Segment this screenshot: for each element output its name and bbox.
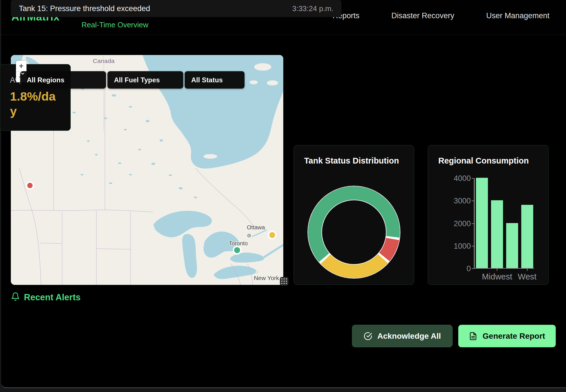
y-axis-label: 1000 — [454, 242, 471, 251]
y-tick-mark — [472, 268, 474, 269]
main-nav: Reports Disaster Recovery User Managemen… — [333, 11, 549, 20]
chart-title: Regional Consumption — [438, 156, 529, 166]
status-filter-dropdown[interactable]: All Status — [185, 71, 245, 89]
label-ottawa: Ottawa — [247, 224, 265, 230]
nav-disaster-recovery[interactable]: Disaster Recovery — [391, 11, 454, 20]
acknowledge-all-label: Acknowledge All — [377, 332, 441, 341]
y-tick-mark — [472, 246, 474, 246]
tank-status-doughnut-chart[interactable] — [308, 186, 400, 278]
y-axis-label: 0 — [467, 264, 471, 273]
doughnut-hole — [321, 200, 386, 265]
bar — [521, 205, 533, 268]
stat-value: 1.8%/day — [10, 89, 61, 119]
region-filter-dropdown[interactable]: All Regions — [20, 71, 106, 89]
alert-message: Tank 15: Pressure threshold exceeded — [19, 4, 150, 13]
fuel-type-filter-value: All Fuel Types — [114, 76, 160, 84]
map-filters: All Regions All Fuel Types All Status — [20, 71, 245, 89]
y-tick-mark — [472, 178, 474, 179]
bar — [476, 178, 488, 268]
recent-alerts-heading: Recent Alerts — [24, 292, 81, 303]
check-circle-icon — [364, 332, 372, 340]
tank-marker-warning[interactable] — [268, 231, 276, 239]
tank-marker-normal[interactable] — [233, 246, 241, 254]
regional-consumption-bar-chart[interactable]: MidwestWest — [474, 178, 534, 269]
fuel-type-filter-dropdown[interactable]: All Fuel Types — [107, 71, 183, 89]
app-root: AirMatrix Fuel Monitoring Dashboard Real… — [0, 0, 566, 392]
y-tick-mark — [472, 201, 474, 201]
label-toronto: Toronto — [229, 240, 248, 246]
acknowledge-all-button[interactable]: Acknowledge All — [352, 325, 453, 347]
x-axis-label: West — [504, 272, 550, 281]
town-dot — [255, 271, 257, 273]
y-axis-label: 3000 — [454, 196, 471, 205]
generate-report-label: Generate Report — [482, 332, 545, 341]
label-new-york: New York — [254, 275, 279, 281]
zoom-in-button[interactable]: + — [16, 61, 27, 72]
document-icon — [469, 332, 477, 340]
bar — [491, 200, 503, 268]
nav-user-management[interactable]: User Management — [486, 11, 549, 20]
regional-consumption-chart-card: Regional Consumption 40003000200010000 M… — [428, 145, 549, 285]
y-axis-label: 4000 — [454, 174, 471, 183]
resize-handle-icon[interactable] — [280, 277, 288, 285]
label-canada: Canada — [93, 58, 115, 64]
alert-row[interactable]: Tank 15: Pressure threshold exceeded 3:3… — [11, 0, 341, 17]
alert-timestamp: 3:33:24 p.m. — [292, 4, 333, 13]
y-tick-mark — [472, 223, 474, 224]
bar-chart-y-axis-labels: 40003000200010000 — [428, 178, 471, 269]
chevron-down-icon — [20, 71, 25, 76]
status-filter-value: All Status — [191, 76, 223, 84]
bar — [506, 223, 518, 268]
y-axis-label: 2000 — [454, 219, 471, 228]
x-tick-mark — [527, 269, 528, 271]
chart-title: Tank Status Distribution — [304, 156, 399, 166]
page-subtitle: Real-Time Overview — [82, 21, 148, 29]
tank-marker-critical[interactable] — [27, 182, 33, 189]
generate-report-button[interactable]: Generate Report — [458, 325, 556, 347]
region-filter-value: All Regions — [27, 76, 64, 84]
x-tick-mark — [497, 269, 497, 271]
tank-status-chart-card: Tank Status Distribution — [294, 145, 414, 285]
bell-icon — [11, 292, 20, 301]
